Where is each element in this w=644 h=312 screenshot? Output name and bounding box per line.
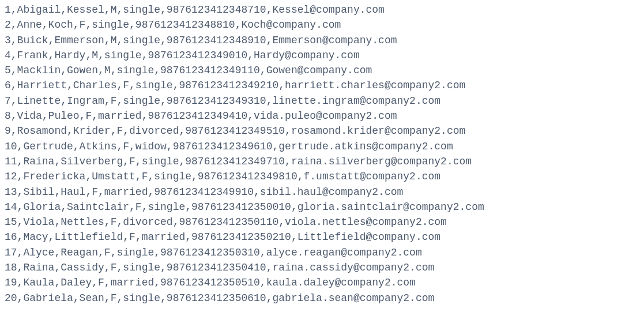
csv-text-block: 1,Abigail,Kessel,M,single,98761234123487… [5, 2, 639, 306]
csv-row: 13,Sibil,Haul,F,married,9876123412349910… [5, 185, 639, 200]
csv-row: 2,Anne,Koch,F,single,9876123412348810,Ko… [5, 17, 639, 32]
csv-row: 17,Alyce,Reagan,F,single,987612341235031… [5, 245, 639, 260]
csv-row: 1,Abigail,Kessel,M,single,98761234123487… [5, 2, 639, 17]
csv-row: 20,Gabriela,Sean,F,single,98761234123506… [5, 291, 639, 306]
csv-row: 16,Macy,Littlefield,F,married,9876123412… [5, 230, 639, 245]
csv-row: 10,Gertrude,Atkins,F,widow,9876123412349… [5, 139, 639, 154]
csv-row: 5,Macklin,Gowen,M,single,987612341234911… [5, 63, 639, 78]
csv-row: 4,Frank,Hardy,M,single,9876123412349010,… [5, 48, 639, 63]
csv-row: 18,Raina,Cassidy,F,single,98761234123504… [5, 260, 639, 275]
csv-row: 12,Fredericka,Umstatt,F,single,987612341… [5, 169, 639, 184]
csv-row: 7,Linette,Ingram,F,single,98761234123493… [5, 93, 639, 108]
csv-row: 19,Kaula,Daley,F,married,987612341235051… [5, 275, 639, 290]
csv-row: 14,Gloria,Saintclair,F,single,9876123412… [5, 200, 639, 215]
csv-row: 6,Harriett,Charles,F,single,987612341234… [5, 78, 639, 93]
csv-row: 8,Vida,Puleo,F,married,9876123412349410,… [5, 108, 639, 123]
csv-row: 15,Viola,Nettles,F,divorced,987612341235… [5, 215, 639, 230]
csv-row: 9,Rosamond,Krider,F,divorced,98761234123… [5, 123, 639, 138]
csv-row: 3,Buick,Emmerson,M,single,98761234123489… [5, 33, 639, 48]
csv-row: 11,Raina,Silverberg,F,single,98761234123… [5, 154, 639, 169]
